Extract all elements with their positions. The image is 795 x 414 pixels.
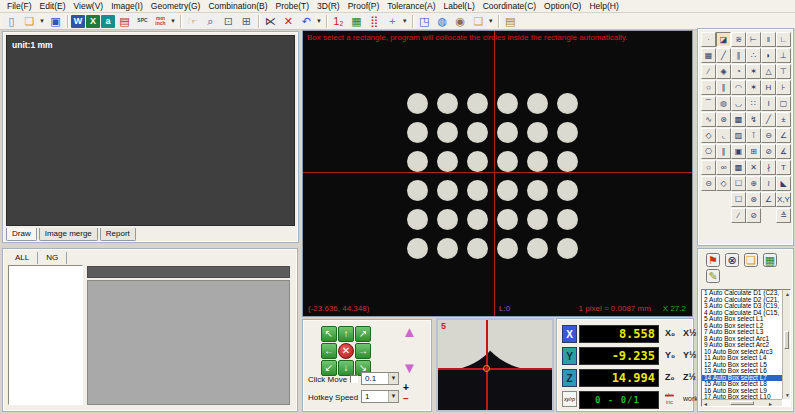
menu-item-help-h[interactable]: Help(H) bbox=[585, 0, 622, 12]
scroll-up-icon[interactable]: ▲ bbox=[785, 291, 790, 297]
geometry-tool-icon-r5c5[interactable]: Ι bbox=[761, 96, 776, 111]
abs-inc-toggle-button[interactable]: absinc bbox=[665, 392, 674, 405]
axis-y-half-button[interactable]: Y½ bbox=[683, 350, 697, 360]
geometry-tool-icon-r5c1[interactable]: ⌒ bbox=[701, 96, 716, 111]
click-move-step-select[interactable]: 0.1 ▼ bbox=[361, 372, 399, 385]
geometry-tool-icon-r1c4[interactable]: ⊢ bbox=[746, 32, 761, 47]
geometry-tool-icon-r5c2[interactable]: ◍ bbox=[716, 96, 731, 111]
tab-report[interactable]: Report bbox=[100, 228, 136, 241]
geometry-tool-icon-r8c4[interactable]: ⊞ bbox=[746, 144, 761, 159]
geometry-tool-icon-r2c4[interactable]: ∴ bbox=[746, 48, 761, 63]
tab-all[interactable]: ALL bbox=[7, 252, 38, 264]
axis-y-button[interactable]: Y bbox=[562, 347, 577, 365]
geometry-tool-icon-r11c6[interactable]: X,Y bbox=[776, 192, 791, 207]
geometry-tool-icon-r3c5[interactable]: △ bbox=[761, 64, 776, 79]
jog-down-left-button[interactable]: ↙ bbox=[321, 360, 337, 376]
jog-up-button[interactable]: ↑ bbox=[338, 326, 354, 342]
save-icon[interactable]: ▣ bbox=[47, 14, 64, 29]
pointer-select-icon[interactable]: ⋉ bbox=[262, 14, 279, 29]
scroll-left-icon[interactable]: ◄ bbox=[703, 401, 708, 407]
geometry-tool-icon-r2c2[interactable]: ╱ bbox=[716, 48, 731, 63]
chevron-down-icon[interactable]: ▼ bbox=[388, 391, 398, 402]
jog-stop-button[interactable]: ✕ bbox=[338, 343, 354, 359]
geometry-tool-icon-r1c6[interactable]: ∟ bbox=[776, 32, 791, 47]
geometry-tool-icon-r3c6[interactable]: ⊤ bbox=[776, 64, 791, 79]
point-array-icon[interactable]: ⣿ bbox=[366, 14, 383, 29]
geometry-tool-icon-r9c4[interactable]: ✕ bbox=[746, 160, 761, 175]
geometry-tool-icon-r6c5[interactable]: ╱ bbox=[761, 112, 776, 127]
geometry-tool-icon-r5c6[interactable]: ▢ bbox=[776, 96, 791, 111]
geometry-tool-icon-r8c3[interactable]: ▣ bbox=[731, 144, 746, 159]
pan-hand-icon[interactable]: ☞ bbox=[184, 14, 201, 29]
geometry-tool-icon-r7c5[interactable]: ⊖ bbox=[761, 128, 776, 143]
green-grid-icon[interactable]: ▦ bbox=[348, 14, 365, 29]
geometry-tool-icon-r12c3[interactable]: ∕ bbox=[731, 208, 746, 223]
geometry-tool-icon-r3c3[interactable]: ◔ bbox=[731, 64, 746, 79]
work-coordinate-button[interactable]: work bbox=[683, 395, 698, 402]
mm-inch-toggle-icon[interactable]: mm inch bbox=[152, 14, 169, 29]
menu-item-edit-e[interactable]: Edit(E) bbox=[36, 0, 70, 12]
geometry-tool-icon-r6c3[interactable]: ▩ bbox=[731, 112, 746, 127]
open-file-icon[interactable]: ❏ bbox=[21, 14, 38, 29]
menu-item-coordinate-c[interactable]: Coordinate(C) bbox=[479, 0, 540, 12]
geometry-tool-icon-r10c2[interactable]: ◇ bbox=[716, 176, 731, 191]
menu-item-option-o[interactable]: Option(O) bbox=[540, 0, 585, 12]
export-excel-icon[interactable]: X bbox=[86, 15, 100, 28]
magnifier-icon[interactable]: ⌕ bbox=[202, 14, 219, 29]
geometry-tool-icon-r6c6[interactable]: ± bbox=[776, 112, 791, 127]
tab-draw[interactable]: Draw bbox=[6, 228, 37, 241]
menu-item-label-l[interactable]: Label(L) bbox=[440, 0, 479, 12]
program-step-list[interactable]: 1 Auto Calculate D1 (C23,2 Auto Calculat… bbox=[701, 289, 791, 407]
undo-icon[interactable]: ↶ bbox=[298, 14, 315, 29]
geometry-tool-icon-r12c6[interactable]: ≙ bbox=[776, 208, 791, 223]
axis-y-zero-button[interactable]: Y₀ bbox=[665, 350, 675, 360]
draw-canvas[interactable]: unit:1 mm bbox=[6, 35, 295, 226]
speed-minus-button[interactable]: − bbox=[403, 394, 409, 403]
menu-item-probe-t[interactable]: Probe(T) bbox=[271, 0, 313, 12]
scroll-right-icon[interactable]: ► bbox=[768, 401, 773, 407]
export-word-icon[interactable]: W bbox=[71, 15, 85, 28]
menu-item-tolerance-a[interactable]: Tolerance(A) bbox=[383, 0, 439, 12]
media-icon[interactable]: ◉ bbox=[452, 14, 469, 29]
geometry-tool-icon-r7c4[interactable]: ⊺ bbox=[746, 128, 761, 143]
geometry-tool-icon-r8c2[interactable]: ∥ bbox=[716, 144, 731, 159]
geometry-tool-icon-r4c3[interactable]: ◠ bbox=[731, 80, 746, 95]
speed-plus-button[interactable]: + bbox=[403, 383, 409, 392]
geometry-tool-icon-r2c5[interactable]: ◗ bbox=[761, 48, 776, 63]
stop-program-icon[interactable]: ⊗ bbox=[725, 253, 739, 267]
geometry-tool-icon-r8c1[interactable]: ⎔ bbox=[701, 144, 716, 159]
axis-x-button[interactable]: X bbox=[562, 325, 577, 343]
menu-item-view-v[interactable]: View(V) bbox=[70, 0, 108, 12]
scrollbar-thumb[interactable] bbox=[784, 331, 789, 349]
crosshair-icon[interactable]: + bbox=[384, 14, 401, 29]
axis-z-half-button[interactable]: Z½ bbox=[683, 372, 696, 382]
jog-fast-up-button[interactable]: ▲ bbox=[402, 325, 417, 339]
program-folder-icon[interactable]: ❏ bbox=[470, 14, 487, 29]
geometry-tool-icon-r8c6[interactable]: ∡ bbox=[776, 144, 791, 159]
geometry-tool-icon-r10c1[interactable]: ⊝ bbox=[701, 176, 716, 191]
axis-z-zero-button[interactable]: Z₀ bbox=[665, 372, 675, 382]
geometry-tool-icon-r4c5[interactable]: Η bbox=[761, 80, 776, 95]
geometry-tool-icon-r12c4[interactable]: ⊘ bbox=[746, 208, 761, 223]
modify-program-icon[interactable]: ✎ bbox=[706, 269, 720, 283]
run-program-icon[interactable]: ⚑ bbox=[706, 253, 720, 267]
geometry-tool-icon-r5c3[interactable]: ◡ bbox=[731, 96, 746, 111]
vertical-scrollbar[interactable]: ▲ ▼ bbox=[782, 290, 790, 399]
geometry-tool-icon-r10c4[interactable]: ⊕ bbox=[746, 176, 761, 191]
jog-up-left-button[interactable]: ↖ bbox=[321, 326, 337, 342]
undo-icon-dropdown[interactable]: ▼ bbox=[316, 18, 322, 24]
geometry-tool-icon-r6c1[interactable]: ∿ bbox=[701, 112, 716, 127]
mm-inch-toggle-icon-dropdown[interactable]: ▼ bbox=[170, 18, 176, 24]
geometry-tool-icon-r2c3[interactable]: ∥ bbox=[731, 48, 746, 63]
geometry-tool-icon-r9c6[interactable]: Τ bbox=[776, 160, 791, 175]
geometry-tool-icon-r10c5[interactable]: ≀ bbox=[761, 176, 776, 191]
stamp-icon[interactable]: ▤ bbox=[502, 14, 519, 29]
geometry-tool-icon-r7c1[interactable]: ◇ bbox=[701, 128, 716, 143]
results-grid-body[interactable] bbox=[87, 280, 290, 405]
camera-view[interactable]: Box select a rectangle, program will col… bbox=[302, 30, 693, 317]
menu-item-3d-r[interactable]: 3D(R) bbox=[313, 0, 344, 12]
edit-box-icon[interactable]: ◳ bbox=[416, 14, 433, 29]
tab-ng[interactable]: NG bbox=[38, 252, 67, 264]
geometry-tool-icon-r9c5[interactable]: ∤ bbox=[761, 160, 776, 175]
jog-up-right-button[interactable]: ↗ bbox=[355, 326, 371, 342]
